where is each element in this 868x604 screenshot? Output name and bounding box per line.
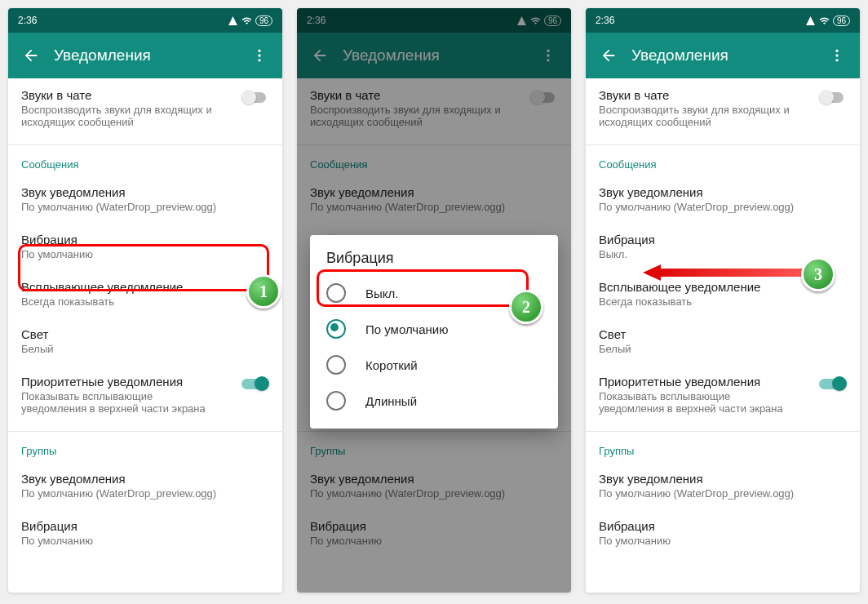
radio-icon xyxy=(326,283,346,303)
group-sound-row[interactable]: Звук уведомления По умолчанию (WaterDrop… xyxy=(8,462,282,509)
group-sound-row[interactable]: Звук уведомления По умолчанию (WaterDrop… xyxy=(586,462,860,509)
settings-list[interactable]: Звуки в чате Воспроизводить звуки для вх… xyxy=(8,78,282,593)
dialog-title: Вибрация xyxy=(310,250,558,275)
groups-header: Группы xyxy=(8,432,282,462)
status-time: 2:36 xyxy=(18,15,37,26)
status-icons: 96 xyxy=(228,16,272,26)
overflow-menu-button[interactable] xyxy=(243,39,276,72)
popup-notification-row[interactable]: Всплывающее уведомление Всегда показыват… xyxy=(586,270,860,318)
light-row[interactable]: Свет Белый xyxy=(8,318,282,365)
popup-notification-row[interactable]: Всплывающее уведомление Всегда показыват… xyxy=(8,270,282,318)
overflow-menu-button[interactable] xyxy=(821,39,853,72)
radio-icon xyxy=(326,391,346,411)
priority-switch[interactable] xyxy=(241,376,269,391)
option-default[interactable]: По умолчанию xyxy=(310,311,558,347)
settings-list[interactable]: Звуки в чате Воспроизводить звуки для вх… xyxy=(586,78,860,593)
chat-sounds-row[interactable]: Звуки в чате Воспроизводить звуки для вх… xyxy=(586,78,860,138)
vibration-dialog: Вибрация Выкл. По умолчанию Короткий Дли… xyxy=(310,235,558,429)
back-button[interactable] xyxy=(15,39,47,72)
screen-1: 2:36 96 Уведомления Звуки в чате Воспрои… xyxy=(8,8,282,593)
status-battery: 96 xyxy=(255,16,272,26)
svg-point-6 xyxy=(835,50,838,52)
back-button[interactable] xyxy=(592,39,625,72)
app-bar: Уведомления xyxy=(586,33,860,78)
option-long[interactable]: Длинный xyxy=(310,383,558,419)
app-bar: Уведомления xyxy=(8,33,282,78)
svg-point-7 xyxy=(835,54,838,56)
light-row[interactable]: Свет Белый xyxy=(586,318,860,365)
option-off[interactable]: Выкл. xyxy=(310,275,558,311)
notification-sound-row[interactable]: Звук уведомления По умолчанию (WaterDrop… xyxy=(8,175,282,223)
group-vibration-row[interactable]: Вибрация По умолчанию xyxy=(586,509,860,557)
vibration-row[interactable]: Вибрация Выкл. xyxy=(586,223,860,270)
priority-notifications-row[interactable]: Приоритетные уведомления Показывать вспл… xyxy=(8,365,282,424)
svg-point-1 xyxy=(258,54,260,56)
chat-sounds-row[interactable]: Звуки в чате Воспроизводить звуки для вх… xyxy=(8,78,282,138)
messages-header: Сообщения xyxy=(8,145,282,175)
status-bar: 2:36 96 xyxy=(8,8,282,33)
radio-icon xyxy=(326,355,346,375)
vibration-row[interactable]: Вибрация По умолчанию xyxy=(8,223,282,270)
chat-sounds-switch[interactable] xyxy=(241,90,269,104)
screen-3: 2:36 96 Уведомления Звуки в чате Воспрои… xyxy=(586,8,860,593)
screen-2: 2:36 96 Уведомления Звуки в чате Воспрои… xyxy=(297,8,571,593)
option-short[interactable]: Короткий xyxy=(310,347,558,383)
radio-icon xyxy=(326,319,346,339)
status-bar: 2:36 96 xyxy=(586,8,860,33)
svg-point-8 xyxy=(835,59,838,61)
group-vibration-row[interactable]: Вибрация По умолчанию xyxy=(8,509,282,557)
priority-switch[interactable] xyxy=(819,376,847,391)
chat-sounds-switch[interactable] xyxy=(819,90,847,104)
svg-point-0 xyxy=(258,50,260,52)
svg-point-2 xyxy=(258,59,260,61)
notification-sound-row[interactable]: Звук уведомления По умолчанию (WaterDrop… xyxy=(586,175,860,223)
priority-notifications-row[interactable]: Приоритетные уведомления Показывать вспл… xyxy=(586,365,860,424)
appbar-title: Уведомления xyxy=(54,47,243,64)
